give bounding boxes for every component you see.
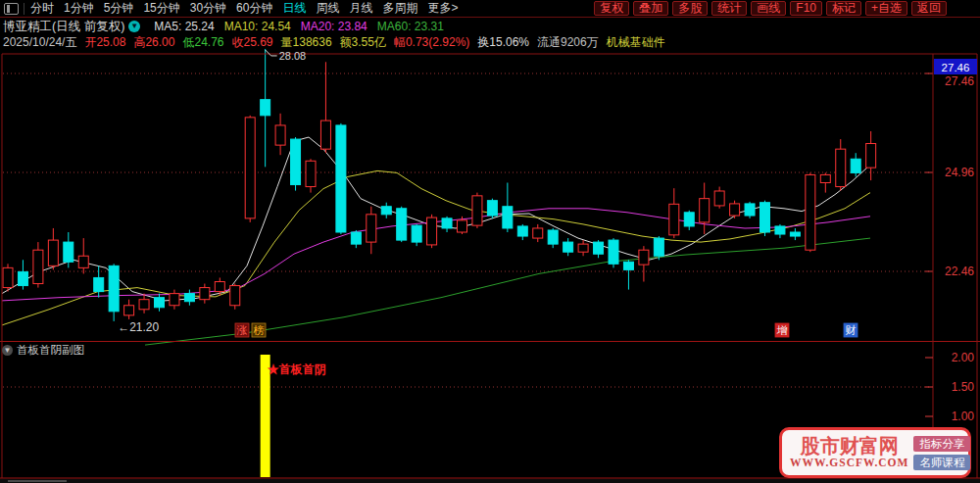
watermark-banner: 股市财富网 WWW.GSCFW.COM 指标分享名师课程 — [779, 427, 971, 478]
svg-text:榜: 榜 — [254, 324, 265, 336]
price-axis-label: 22.46 — [945, 265, 974, 278]
signal-label: ★首板首阴 — [267, 362, 326, 376]
watermark-site: 股市财富网 WWW.GSCFW.COM — [790, 436, 908, 469]
watermark-site-name: 股市财富网 — [801, 436, 899, 456]
price-axis-label: 27.46 — [945, 74, 974, 88]
sub-panel-title: 首板首阴副图 — [17, 343, 84, 358]
svg-text:财: 财 — [846, 324, 857, 336]
watermark-badges: 指标分享名师课程 — [913, 436, 970, 470]
clipped-bottom-toolbar — [0, 479, 980, 483]
ma-line-MA10 — [2, 170, 870, 325]
high-annotation: 28.08 — [279, 50, 307, 62]
sub-panel-title-row: ▼ 首板首阴副图 — [2, 343, 84, 358]
sub-axis-label: 2.00 — [952, 351, 975, 364]
svg-text:增: 增 — [777, 324, 788, 336]
svg-text:27.46: 27.46 — [942, 62, 970, 73]
price-axis-label: 24.96 — [945, 166, 974, 179]
sub-axis-label: 1.50 — [952, 380, 975, 394]
candles — [3, 49, 876, 321]
candlestick-chart[interactable]: 27.4624.9622.4627.4628.08←21.20涨榜增财2.001… — [0, 0, 980, 483]
collapse-chevron-icon[interactable]: ▼ — [2, 345, 13, 356]
sub-axis-label: 1.00 — [952, 410, 975, 423]
svg-text:涨: 涨 — [237, 324, 248, 336]
watermark-site-url: WWW.GSCFW.COM — [790, 458, 908, 469]
low-annotation: ←21.20 — [118, 320, 159, 334]
watermark-badge-0: 指标分享 — [913, 436, 970, 452]
main-price-pane[interactable]: 27.4624.9622.4627.4628.08←21.20涨榜增财 — [0, 49, 980, 478]
watermark-badge-1: 名师课程 — [913, 455, 970, 470]
